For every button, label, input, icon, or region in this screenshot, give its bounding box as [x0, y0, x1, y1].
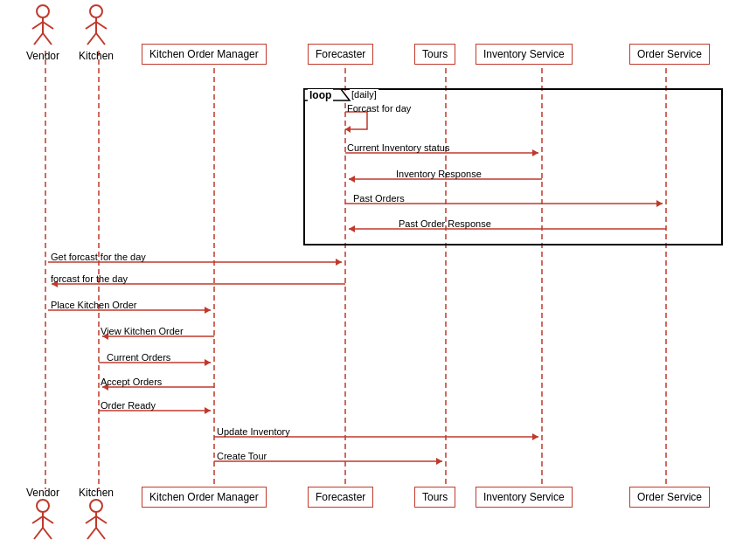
kitchen-label-top: Kitchen: [79, 50, 114, 62]
svg-marker-9: [345, 126, 351, 133]
svg-marker-11: [532, 149, 538, 156]
box-kom-bottom: Kitchen Order Manager: [142, 487, 267, 508]
svg-line-51: [43, 516, 53, 523]
svg-marker-31: [205, 407, 211, 414]
msg-update-inventory: Update Inventory: [217, 426, 290, 437]
actor-vendor-top: Vendor: [26, 4, 59, 62]
svg-line-50: [32, 516, 43, 523]
msg-forcast-for-day: Forcast for day: [347, 103, 411, 114]
box-forecaster-bottom: Forecaster: [308, 487, 373, 508]
msg-place-kitchen-order: Place Kitchen Order: [51, 300, 136, 310]
sequence-diagram: Vendor Kitchen Kitchen Order Manager For…: [0, 0, 736, 560]
svg-marker-33: [532, 433, 538, 440]
svg-line-39: [43, 22, 53, 29]
svg-marker-23: [205, 307, 211, 314]
svg-line-45: [96, 22, 107, 29]
svg-line-53: [43, 528, 52, 539]
svg-line-38: [32, 22, 43, 29]
svg-line-41: [43, 33, 52, 45]
msg-past-orders: Past Orders: [353, 193, 405, 204]
loop-condition: [daily]: [350, 89, 378, 100]
vendor-label-top: Vendor: [26, 50, 59, 62]
svg-marker-35: [436, 458, 442, 465]
svg-line-58: [87, 528, 96, 539]
box-inventory-bottom: Inventory Service: [476, 487, 573, 508]
vendor-figure-bottom: [30, 499, 56, 543]
svg-line-47: [96, 33, 105, 45]
msg-order-ready: Order Ready: [101, 400, 156, 411]
vendor-label-bottom: Vendor: [26, 487, 59, 499]
svg-point-48: [37, 500, 49, 512]
kitchen-figure-bottom: [83, 499, 109, 543]
svg-point-54: [90, 500, 102, 512]
svg-line-40: [34, 33, 43, 45]
msg-forcast-the-day: forcast for the day: [51, 273, 128, 284]
kitchen-figure-top: [83, 4, 109, 48]
svg-marker-19: [336, 259, 342, 266]
svg-marker-17: [349, 225, 355, 232]
svg-point-42: [90, 5, 102, 17]
msg-inventory-response: Inventory Response: [396, 169, 482, 179]
svg-marker-13: [349, 176, 355, 183]
msg-accept-orders: Accept Orders: [101, 377, 162, 387]
box-order-svc-top: Order Service: [629, 44, 710, 65]
svg-marker-15: [656, 200, 663, 207]
svg-line-52: [34, 528, 43, 539]
svg-point-36: [37, 5, 49, 17]
svg-line-56: [86, 516, 96, 523]
msg-create-tour: Create Tour: [217, 451, 267, 461]
msg-get-forcast: Get forcast for the day: [51, 252, 146, 262]
msg-view-kitchen-order: View Kitchen Order: [101, 326, 184, 336]
svg-marker-27: [205, 359, 211, 366]
loop-keyword: loop: [308, 89, 333, 101]
actor-kitchen-top: Kitchen: [79, 4, 114, 62]
box-inventory-top: Inventory Service: [476, 44, 573, 65]
vendor-figure-top: [30, 4, 56, 48]
msg-current-orders: Current Orders: [107, 352, 170, 363]
box-forecaster-top: Forecaster: [308, 44, 373, 65]
msg-current-inventory: Current Inventory status: [347, 142, 449, 153]
box-tours-bottom: Tours: [414, 487, 455, 508]
svg-line-57: [96, 516, 107, 523]
box-tours-top: Tours: [414, 44, 455, 65]
msg-past-order-response: Past Order Response: [399, 218, 491, 229]
svg-line-44: [86, 22, 96, 29]
actor-vendor-bottom: Vendor: [26, 485, 59, 543]
box-order-svc-bottom: Order Service: [629, 487, 710, 508]
box-kom-top: Kitchen Order Manager: [142, 44, 267, 65]
kitchen-label-bottom: Kitchen: [79, 487, 114, 499]
actor-kitchen-bottom: Kitchen: [79, 485, 114, 543]
svg-line-46: [87, 33, 96, 45]
svg-line-59: [96, 528, 105, 539]
